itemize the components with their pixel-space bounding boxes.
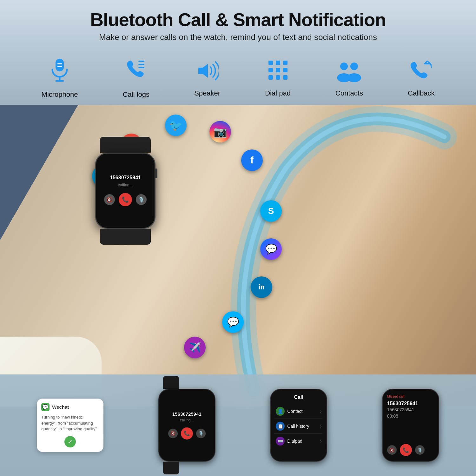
menu-dialpad[interactable]: ⌨️ Dialpad › xyxy=(274,434,323,448)
contacts-icon xyxy=(336,59,362,85)
dialpad-arrow: › xyxy=(320,439,322,444)
watch-screen: 15630725941 calling... 🔇 📞 🎙️ xyxy=(96,154,155,228)
menu-history-left: 📋 Call history xyxy=(276,422,309,431)
notif-confirm: ✓ xyxy=(41,436,99,447)
menu-contact-left: 👤 Contact xyxy=(276,407,302,416)
svg-rect-6 xyxy=(268,61,273,65)
svg-rect-7 xyxy=(276,61,280,65)
watch-mic-btn[interactable]: 🎙️ xyxy=(136,194,147,205)
history-label: Call history xyxy=(287,424,309,429)
main-watch: 15630725941 calling... 🔇 📞 🎙️ xyxy=(95,137,155,245)
watch4-body: Missed call 15630725941 15630725941 00:0… xyxy=(382,389,439,462)
watch-calling-card: 15630725941 calling... 🔇 📞 🎙️ xyxy=(158,376,215,474)
svg-rect-12 xyxy=(268,75,273,80)
watch2-mic-btn[interactable]: 🎙️ xyxy=(196,429,206,438)
watch-call-menu: Call 👤 Contact › 📋 Call history xyxy=(270,389,327,462)
dial-pad-label: Dial pad xyxy=(265,89,291,97)
watch2-number: 15630725941 xyxy=(172,411,202,417)
feature-callback: Callback xyxy=(408,59,434,97)
watch-end-call-btn[interactable]: 📞 xyxy=(119,193,132,206)
missed-call-label: Missed call xyxy=(387,394,434,398)
dial-pad-icon xyxy=(267,59,289,85)
twitter-icon: 🐦 xyxy=(165,115,187,136)
menu-dialpad-left: ⌨️ Dialpad xyxy=(276,437,302,446)
header-section: Bluetooth Call & Smart Notification Make… xyxy=(0,0,476,49)
watch2-vol-btn[interactable]: 🔇 xyxy=(168,429,178,438)
call-logs-icon xyxy=(126,58,146,87)
wechat-icon: 💬 xyxy=(41,403,50,411)
contacts-label: Contacts xyxy=(335,89,363,97)
watch2-body: 15630725941 calling... 🔇 📞 🎙️ xyxy=(158,389,215,462)
watch3-body: Call 👤 Contact › 📋 Call history xyxy=(270,389,327,462)
watch2-screen: 15630725941 calling... 🔇 📞 🎙️ xyxy=(159,389,215,461)
svg-marker-5 xyxy=(198,64,208,78)
watch2-status: calling... xyxy=(180,418,194,422)
missed-mic-btn[interactable]: 🎙️ xyxy=(415,445,425,455)
facebook-icon: f xyxy=(241,149,263,171)
instagram-icon: 📷 xyxy=(209,121,231,142)
watch-phone-number: 15630725941 xyxy=(110,175,141,181)
dialpad-icon: ⌨️ xyxy=(276,437,285,446)
page-subtitle: Make or answer calls on the watch, remin… xyxy=(6,32,470,42)
messenger-icon: 💬 xyxy=(260,238,282,260)
svg-rect-10 xyxy=(276,68,280,72)
features-row: Microphone Call logs xyxy=(0,49,476,105)
feature-dial-pad: Dial pad xyxy=(265,59,291,97)
feature-speaker: Speaker xyxy=(194,59,220,97)
svg-rect-11 xyxy=(283,68,288,72)
microphone-label: Microphone xyxy=(42,90,78,99)
watch2-controls: 🔇 📞 🎙️ xyxy=(168,427,206,440)
callback-label: Callback xyxy=(408,89,434,97)
band2-top xyxy=(163,376,179,389)
watch-missed-call: Missed call 15630725941 15630725941 00:0… xyxy=(382,389,439,462)
menu-contact[interactable]: 👤 Contact › xyxy=(274,404,323,419)
history-arrow: › xyxy=(320,424,322,429)
messenger2-icon: 💬 xyxy=(222,311,244,333)
confirm-icon[interactable]: ✓ xyxy=(64,436,76,447)
contact-label: Contact xyxy=(287,409,302,414)
call-logs-label: Call logs xyxy=(123,90,149,99)
main-area: M 🐦 📷 S f S 💬 in 💬 ✈️ 15630725941 call xyxy=(0,105,476,407)
band2-bottom xyxy=(163,462,179,474)
speaker-icon xyxy=(196,59,219,85)
wechat-app-name: Wechat xyxy=(52,404,69,410)
skype-mid-icon: S xyxy=(260,200,282,222)
speaker-label: Speaker xyxy=(194,89,220,97)
page-title: Bluetooth Call & Smart Notification xyxy=(6,10,470,30)
telegram-icon: ✈️ xyxy=(184,337,206,358)
feature-call-logs: Call logs xyxy=(123,58,149,99)
svg-rect-9 xyxy=(268,68,273,72)
svg-point-16 xyxy=(350,63,358,70)
wechat-notification-card: 💬 Wechat Turning to "new kinetic energy"… xyxy=(37,399,103,452)
callback-icon xyxy=(411,59,432,85)
watch4-screen: Missed call 15630725941 15630725941 00:0… xyxy=(383,389,439,461)
svg-rect-8 xyxy=(283,61,288,65)
bottom-section: 💬 Wechat Turning to "new kinetic energy"… xyxy=(0,374,476,476)
svg-rect-14 xyxy=(283,75,288,80)
band-top xyxy=(100,137,151,153)
band-bottom xyxy=(100,229,151,245)
history-icon: 📋 xyxy=(276,422,285,431)
watch-calling-status: calling... xyxy=(118,182,133,187)
watch-mute-btn[interactable]: 🔇 xyxy=(104,194,115,205)
call-menu-title: Call xyxy=(274,394,323,400)
watch-body: 15630725941 calling... 🔇 📞 🎙️ xyxy=(95,153,155,229)
missed-vol-btn[interactable]: 🔇 xyxy=(387,445,397,455)
notif-header: 💬 Wechat xyxy=(41,403,99,411)
wechat-message: Turning to "new kinetic energy", from "a… xyxy=(41,414,99,433)
missed-controls: 🔇 📞 🎙️ xyxy=(387,444,434,456)
arc-svg xyxy=(190,105,476,407)
watch2-end-btn[interactable]: 📞 xyxy=(181,427,193,440)
watch-crown xyxy=(155,169,157,178)
svg-rect-13 xyxy=(276,75,280,80)
feature-microphone: Microphone xyxy=(42,58,78,99)
menu-call-history[interactable]: 📋 Call history › xyxy=(274,419,323,434)
watch3-screen: Call 👤 Contact › 📋 Call history xyxy=(271,389,327,461)
contact-icon: 👤 xyxy=(276,407,285,416)
svg-rect-0 xyxy=(56,59,64,71)
page: Bluetooth Call & Smart Notification Make… xyxy=(0,0,476,476)
missed-end-btn[interactable]: 📞 xyxy=(400,444,412,456)
dialpad-label: Dialpad xyxy=(287,439,302,444)
missed-number1: 15630725941 xyxy=(387,401,434,407)
microphone-icon xyxy=(50,58,69,87)
